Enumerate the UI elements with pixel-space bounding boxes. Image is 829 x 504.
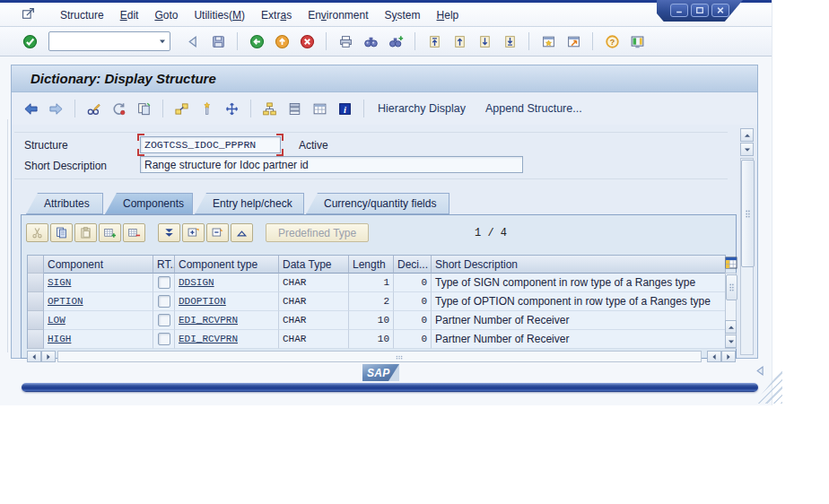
toolbar-separator <box>237 32 238 50</box>
scroll-up-icon[interactable] <box>740 128 754 142</box>
collapse-status-icon[interactable] <box>754 364 768 378</box>
command-dropdown-icon[interactable] <box>155 33 170 49</box>
customize-layout-icon[interactable] <box>627 31 647 51</box>
table-configuration-icon[interactable] <box>725 256 737 270</box>
component-link[interactable]: SIGN <box>48 277 71 288</box>
rt-checkbox[interactable] <box>158 295 170 308</box>
copy-icon[interactable] <box>50 223 73 242</box>
scroll-down-icon[interactable] <box>740 143 754 156</box>
back-triangle-icon[interactable] <box>183 31 203 51</box>
component-type-link[interactable]: EDI_RCVPRN <box>179 315 238 326</box>
row-selector[interactable] <box>28 311 44 330</box>
close-button[interactable] <box>711 4 729 17</box>
row-selector[interactable] <box>28 330 44 349</box>
component-type-link[interactable]: EDI_RCVPRN <box>179 334 238 344</box>
activate-icon[interactable] <box>196 99 217 118</box>
previous-page-icon[interactable] <box>449 31 469 51</box>
scroll-track[interactable] <box>740 158 754 355</box>
main-vertical-scrollbar[interactable] <box>740 128 754 355</box>
menu-goto[interactable]: Goto <box>146 7 186 23</box>
nav-up-icon[interactable] <box>272 31 292 51</box>
table-scroll-thumb[interactable] <box>726 274 737 300</box>
system-menu-icon[interactable] <box>22 6 39 22</box>
component-link[interactable]: LOW <box>48 315 65 326</box>
rt-checkbox[interactable] <box>158 276 170 289</box>
scroll-right-icon[interactable] <box>41 351 56 362</box>
menu-structure[interactable]: Structure <box>52 7 112 23</box>
command-input[interactable] <box>49 34 155 48</box>
first-page-icon[interactable] <box>424 31 444 51</box>
component-type-link[interactable]: DDSIGN <box>179 277 214 288</box>
cancel-icon[interactable] <box>297 31 317 51</box>
table-view-icon[interactable] <box>310 99 330 118</box>
tab-entry-help-check[interactable]: Entry help/check <box>195 193 304 214</box>
collapse-line-icon[interactable] <box>206 223 229 242</box>
menu-edit[interactable]: Edit <box>112 7 147 23</box>
back-arrow-icon[interactable] <box>21 99 41 118</box>
move-up-icon[interactable] <box>231 223 253 242</box>
nav-back-icon[interactable] <box>247 31 266 51</box>
structure-label: Structure <box>24 137 68 153</box>
short-description-field[interactable]: Range structure for Idoc partner id <box>140 156 523 173</box>
component-link[interactable]: OPTION <box>48 296 83 307</box>
menu-extras[interactable]: Extras <box>253 7 300 23</box>
table-horizontal-scrollbar[interactable] <box>27 351 737 362</box>
find-next-icon[interactable] <box>386 31 406 51</box>
row-selector[interactable] <box>28 292 44 311</box>
component-link[interactable]: HIGH <box>48 334 71 344</box>
rt-checkbox[interactable] <box>158 333 170 345</box>
row-selector[interactable] <box>28 274 44 292</box>
menu-environment[interactable]: Environment <box>300 7 376 23</box>
structure-field[interactable]: ZOGTCSS_IDOC_PPPRN <box>140 136 281 153</box>
hierarchy-icon[interactable] <box>259 99 280 118</box>
next-page-icon[interactable] <box>475 31 494 51</box>
navigate-icon[interactable] <box>222 99 242 118</box>
select-all-icon[interactable] <box>158 223 180 242</box>
scroll-right-icon[interactable] <box>721 351 736 362</box>
component-type-link[interactable]: DDOPTION <box>179 296 226 307</box>
menu-bar: StructureEditGotoUtilities(M)ExtrasEnvir… <box>0 3 772 27</box>
main-scroll-thumb[interactable] <box>741 160 755 267</box>
hierarchy-display-button[interactable]: Hierarchy Display <box>368 100 476 117</box>
table-row: OPTIONDDOPTIONCHAR20Type of OPTION compo… <box>28 292 726 311</box>
refresh-icon[interactable] <box>109 99 129 118</box>
print-icon[interactable] <box>336 31 355 51</box>
components-table: ComponentRT...Component typeData TypeLen… <box>27 255 726 349</box>
tab-attributes[interactable]: Attributes <box>26 193 103 214</box>
status-active-label: Active <box>299 137 328 153</box>
last-page-icon[interactable] <box>500 31 519 51</box>
new-session-icon[interactable] <box>538 31 558 51</box>
find-icon[interactable] <box>361 31 380 51</box>
copy-object-icon[interactable] <box>134 99 154 118</box>
enter-icon[interactable] <box>20 31 39 51</box>
menu-help[interactable]: Help <box>429 7 467 23</box>
expand-line-icon[interactable] <box>182 223 205 242</box>
maximize-button[interactable] <box>691 4 709 17</box>
scroll-up-icon[interactable] <box>725 320 737 334</box>
command-field[interactable] <box>48 31 170 51</box>
info-icon[interactable]: i <box>335 99 355 118</box>
scroll-left-icon[interactable] <box>707 351 721 362</box>
rt-checkbox[interactable] <box>158 314 170 326</box>
insert-row-icon[interactable] <box>99 223 121 242</box>
minimize-button[interactable] <box>670 4 688 17</box>
tab-components[interactable]: Components <box>105 193 193 214</box>
help-icon[interactable]: ? <box>602 31 622 51</box>
scroll-left-icon[interactable] <box>27 351 41 362</box>
svg-text:i: i <box>344 104 346 114</box>
delete-row-icon[interactable] <box>123 223 145 242</box>
append-structure-button[interactable]: Append Structure... <box>476 100 592 117</box>
where-used-icon[interactable] <box>171 99 192 118</box>
row-counter: 1 / 4 <box>475 227 507 239</box>
table-vertical-scrollbar[interactable] <box>725 273 737 349</box>
menu-utilities-m[interactable]: Utilities(M) <box>186 7 253 23</box>
tab-currency-quantity-fields[interactable]: Currency/quantity fields <box>306 193 449 214</box>
scroll-down-icon[interactable] <box>725 335 737 348</box>
forward-arrow-icon[interactable] <box>46 99 66 118</box>
display-change-icon[interactable] <box>83 99 104 118</box>
save-icon[interactable] <box>208 31 228 51</box>
stacked-view-icon[interactable] <box>284 99 305 118</box>
create-shortcut-icon[interactable] <box>563 31 583 51</box>
scroll-track[interactable] <box>57 351 702 362</box>
menu-system[interactable]: System <box>377 7 429 23</box>
